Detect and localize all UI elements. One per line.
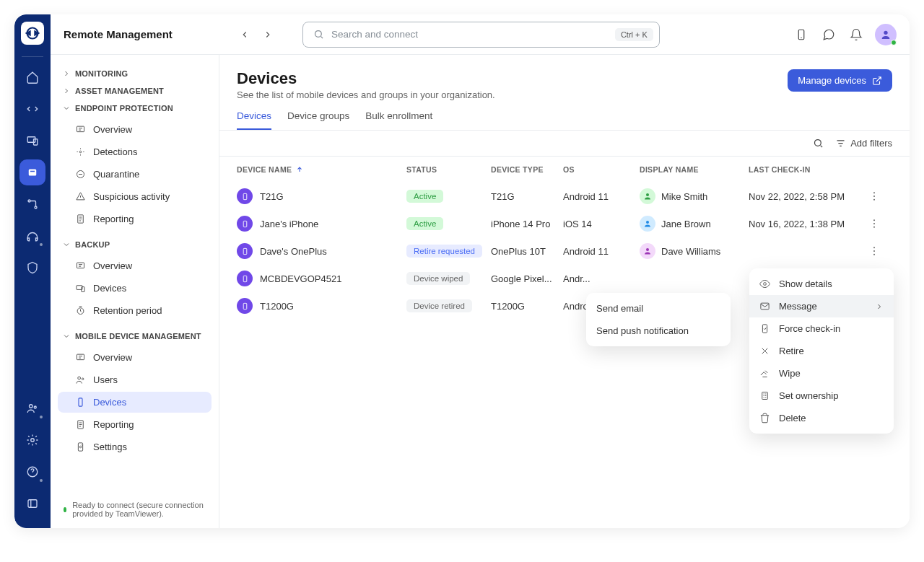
search-icon xyxy=(313,29,324,40)
svg-rect-56 xyxy=(761,303,769,309)
app-logo[interactable] xyxy=(21,22,44,45)
svg-point-44 xyxy=(873,250,875,252)
tree-bk-overview[interactable]: Overview xyxy=(58,255,212,276)
tree-mdm-settings[interactable]: Settings xyxy=(58,436,212,457)
ctx-set-ownership[interactable]: Set ownership xyxy=(749,385,894,407)
table-row[interactable]: Dave's OnePlus Retire requested OnePlus … xyxy=(237,237,892,265)
search-input[interactable] xyxy=(331,29,608,40)
add-filters-button[interactable]: Add filters xyxy=(835,138,892,149)
ctx-show-details[interactable]: Show details xyxy=(749,273,894,295)
mobile-icon[interactable] xyxy=(793,26,810,43)
table-search-button[interactable] xyxy=(813,138,824,149)
row-menu-button[interactable] xyxy=(863,245,885,257)
rail-home[interactable] xyxy=(19,64,45,90)
left-rail xyxy=(14,14,51,528)
svg-point-24 xyxy=(78,377,81,379)
group-endpoint[interactable]: ENDPOINT PROTECTION xyxy=(56,100,213,117)
table-row[interactable]: T21G Active T21G Android 11 Mike Smith N… xyxy=(237,183,892,210)
rail-settings[interactable] xyxy=(19,427,45,453)
group-asset-mgmt[interactable]: ASSET MANAGEMENT xyxy=(56,82,213,100)
svg-point-9 xyxy=(31,439,35,442)
topbar: Remote Management Ctrl + K xyxy=(51,14,910,55)
chevron-right-icon xyxy=(875,302,884,311)
tree-bk-devices[interactable]: Devices xyxy=(58,278,212,299)
rail-help[interactable] xyxy=(19,459,45,485)
rail-workflows[interactable] xyxy=(19,191,45,217)
svg-point-37 xyxy=(646,221,649,224)
svg-point-43 xyxy=(873,247,875,248)
device-name-cell: T1200G xyxy=(260,301,294,312)
col-last-checkin[interactable]: LAST CHECK-IN xyxy=(749,165,863,174)
tree-mdm-reporting[interactable]: Reporting xyxy=(58,414,212,435)
svg-rect-28 xyxy=(78,443,82,451)
svg-rect-26 xyxy=(79,398,82,406)
ctx-delete[interactable]: Delete xyxy=(749,407,894,429)
nav-forward[interactable] xyxy=(258,25,278,45)
tabs: Devices Device groups Bulk enrollment xyxy=(219,100,910,131)
device-type-cell: OnePlus 10T xyxy=(491,246,556,257)
bell-icon[interactable] xyxy=(847,26,865,43)
user-avatar[interactable] xyxy=(875,24,897,45)
submenu-send-push[interactable]: Send push notification xyxy=(586,320,731,342)
group-backup[interactable]: BACKUP xyxy=(56,236,213,253)
group-monitoring[interactable]: MONITORING xyxy=(56,65,213,82)
status-badge: Retire requested xyxy=(406,245,482,258)
external-link-icon xyxy=(872,76,882,86)
ctx-retire[interactable]: Retire xyxy=(749,340,894,362)
ctx-message[interactable]: Message xyxy=(749,295,894,317)
rail-mdm[interactable] xyxy=(19,159,45,185)
tab-devices[interactable]: Devices xyxy=(237,110,271,130)
row-menu-button[interactable] xyxy=(863,190,885,202)
device-name-cell: Dave's OnePlus xyxy=(260,246,327,257)
tab-device-groups[interactable]: Device groups xyxy=(287,110,349,130)
tree-mdm-users[interactable]: Users xyxy=(58,369,212,390)
submenu-send-email[interactable]: Send email xyxy=(586,297,731,320)
rail-users[interactable] xyxy=(19,395,45,421)
tree-mdm-devices[interactable]: Devices xyxy=(58,392,212,413)
rail-collapse[interactable] xyxy=(19,491,45,517)
tree-ep-detections[interactable]: Detections xyxy=(58,141,212,162)
rail-devices[interactable] xyxy=(19,128,45,154)
filter-icon xyxy=(835,138,846,149)
tree-ep-reporting[interactable]: Reporting xyxy=(58,208,212,229)
ctx-wipe[interactable]: Wipe xyxy=(749,362,894,385)
svg-point-42 xyxy=(646,248,649,251)
svg-rect-3 xyxy=(29,170,37,176)
rail-security[interactable] xyxy=(19,255,45,281)
col-device-type[interactable]: DEVICE TYPE xyxy=(491,165,563,174)
device-type-cell: T21G xyxy=(491,191,556,202)
svg-rect-11 xyxy=(28,500,37,508)
tree-mdm-overview[interactable]: Overview xyxy=(58,347,212,368)
col-status[interactable]: STATUS xyxy=(406,165,491,174)
svg-point-14 xyxy=(884,30,887,34)
ctx-force-checkin[interactable]: Force check-in xyxy=(749,317,894,340)
svg-point-6 xyxy=(35,206,37,208)
group-mdm[interactable]: MOBILE DEVICE MANAGEMENT xyxy=(56,328,213,345)
device-type-cell: Google Pixel... xyxy=(491,273,556,284)
svg-rect-15 xyxy=(77,126,84,132)
device-name-cell: T21G xyxy=(260,191,284,202)
col-display-name[interactable]: DISPLAY NAME xyxy=(640,165,749,174)
svg-rect-46 xyxy=(243,276,247,281)
svg-point-55 xyxy=(764,283,767,286)
row-context-menu: Show details Message Force check-in Reti… xyxy=(749,268,894,434)
manage-devices-button[interactable]: Manage devices xyxy=(788,69,892,92)
row-menu-button[interactable] xyxy=(863,218,885,229)
message-submenu: Send email Send push notification xyxy=(586,293,731,346)
col-device-name[interactable]: DEVICE NAME xyxy=(237,165,406,174)
tab-bulk-enrollment[interactable]: Bulk enrollment xyxy=(365,110,432,130)
col-os[interactable]: OS xyxy=(563,165,640,174)
tree-ep-overview[interactable]: Overview xyxy=(58,119,212,140)
tree-bk-retention[interactable]: Retention period xyxy=(58,300,212,321)
table-row[interactable]: Jane's iPhone Active iPhone 14 Pro iOS 1… xyxy=(237,210,892,237)
tree-ep-suspicious[interactable]: Suspicious activity xyxy=(58,186,212,207)
svg-rect-58 xyxy=(762,392,768,400)
tree-ep-quarantine[interactable]: Quarantine xyxy=(58,164,212,185)
os-cell: Andr... xyxy=(563,273,628,284)
nav-back[interactable] xyxy=(235,25,255,45)
rail-connections[interactable] xyxy=(19,96,45,122)
search-box[interactable]: Ctrl + K xyxy=(302,22,660,48)
checkin-cell: Nov 22, 2022, 2:58 PM xyxy=(749,191,863,202)
rail-support[interactable] xyxy=(19,223,45,249)
chat-icon[interactable] xyxy=(820,26,837,43)
